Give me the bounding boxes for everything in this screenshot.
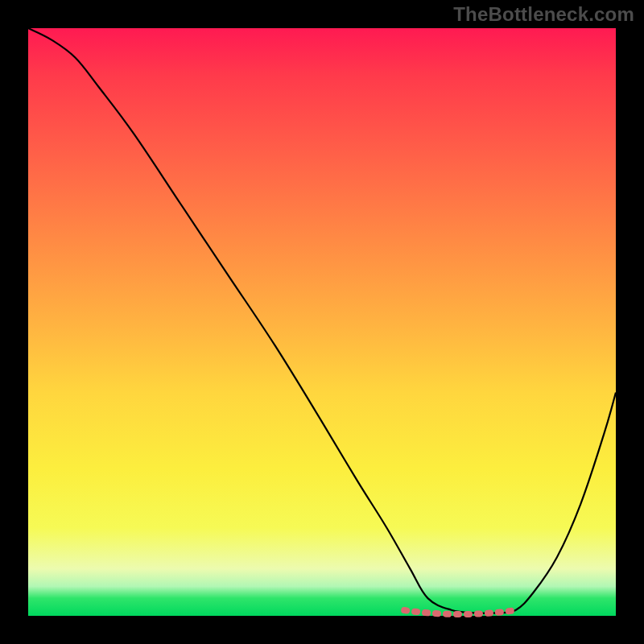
highlight-segment <box>404 610 516 614</box>
chart-frame: TheBottleneck.com <box>0 0 644 644</box>
watermark-text: TheBottleneck.com <box>453 3 634 26</box>
curve-svg <box>28 28 616 616</box>
bottleneck-curve-path <box>28 28 616 613</box>
plot-area <box>28 28 616 616</box>
